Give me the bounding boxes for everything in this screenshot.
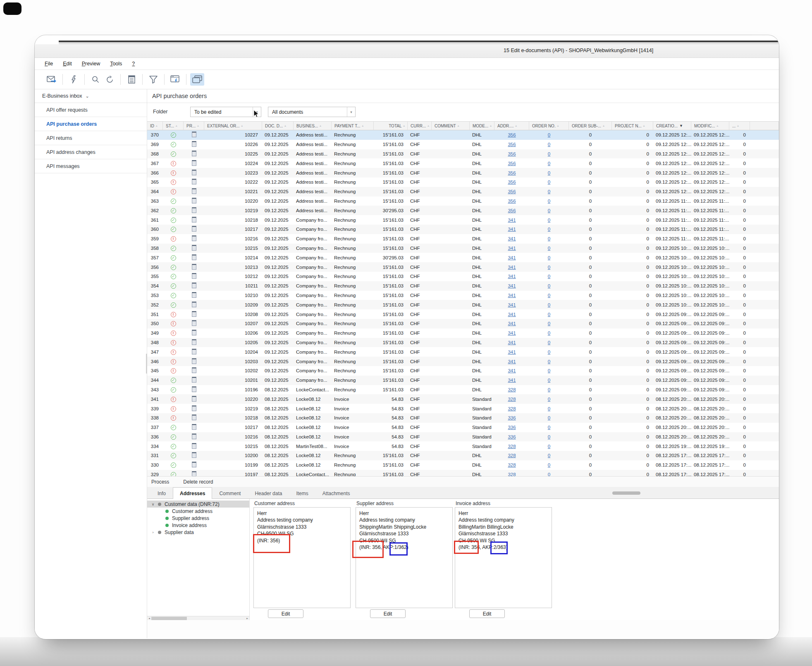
order-no-link[interactable]: 0 [548,387,550,392]
order-no-link[interactable]: 0 [548,265,550,270]
table-row[interactable]: 344✓1020109.12.2025Company fro...Rechnun… [147,376,779,385]
document-icon[interactable] [192,302,196,307]
document-icon[interactable] [192,292,196,298]
send-mail-button[interactable] [45,73,59,86]
document-icon[interactable] [192,443,196,449]
table-row[interactable]: 351!1020809.12.2025Company fro...Rechnun… [147,309,779,319]
document-icon[interactable] [192,377,196,383]
column-header[interactable]: MODIFIC...▵ [691,122,729,130]
document-icon[interactable] [192,207,196,213]
address-link[interactable]: 336 [508,415,516,420]
address-link[interactable]: 341 [508,368,516,373]
document-icon[interactable] [192,160,196,166]
tab-info[interactable]: Info [150,488,173,498]
table-row[interactable]: 345!1020209.12.2025Company fro...Rechnun… [147,366,779,376]
windows-stack-button[interactable] [190,73,204,86]
address-link[interactable]: 356 [508,151,516,156]
document-icon[interactable] [192,330,196,335]
table-row[interactable]: 354✓1021109.12.2025Company fro...Rechnun… [147,281,779,291]
table-row[interactable]: 358✓1021509.12.2025Company fro...Rechnun… [147,244,779,253]
table-row[interactable]: 368✓1022509.12.2025Address testi...Rechn… [147,149,779,159]
document-icon[interactable] [192,358,196,364]
order-no-link[interactable]: 0 [548,246,550,251]
order-no-link[interactable]: 0 [548,340,550,345]
table-row[interactable]: 366!1022309.12.2025Address testi...Rechn… [147,168,779,177]
document-icon[interactable] [192,245,196,251]
sidebar-header[interactable]: E-Business inbox ⌄ [35,89,147,103]
table-row[interactable]: 360✓1021709.12.2025Company fro...Rechnun… [147,225,779,234]
sidebar-item-api-purchase-orders[interactable]: API purchase orders [35,117,147,131]
scroll-right-arrow-icon[interactable]: ▸ [245,617,249,620]
address-link[interactable]: 328 [508,472,516,476]
address-link[interactable]: 341 [508,350,516,355]
order-no-link[interactable]: 0 [548,208,550,213]
table-row[interactable]: 341!1022008.12.2025Locke08.12Invoice54.8… [147,394,779,404]
order-no-link[interactable]: 0 [548,368,550,373]
order-no-link[interactable]: 0 [548,434,550,439]
table-row[interactable]: 363✓1022009.12.2025Address testi...Rechn… [147,196,779,206]
table-row[interactable]: 370✓1022709.12.2025Address testi...Rechn… [147,130,779,140]
order-no-link[interactable]: 0 [548,255,550,260]
document-icon[interactable] [192,386,196,392]
column-header[interactable]: PR...▵ [184,122,204,130]
table-row[interactable]: 367!1022409.12.2025Address testi...Rechn… [147,158,779,168]
order-no-link[interactable]: 0 [548,425,550,430]
column-header[interactable]: ...▵ [729,122,750,130]
menu-item-edit[interactable]: Edit [63,61,72,67]
column-header[interactable]: CURR...▵ [408,122,432,130]
process-button[interactable] [67,73,81,86]
order-no-link[interactable]: 0 [548,378,550,383]
table-row[interactable]: 337✓1021708.12.2025Locke08.12Invoice54.8… [147,423,779,432]
table-row[interactable]: 348!1020509.12.2025Company fro...Rechnun… [147,338,779,347]
address-link[interactable]: 341 [508,255,516,260]
order-no-link[interactable]: 0 [548,331,550,335]
order-no-link[interactable]: 0 [548,274,550,279]
tree-horizontal-scrollbar[interactable]: ◂▸ [147,616,249,620]
address-link[interactable]: 356 [508,142,516,147]
address-link[interactable]: 341 [508,359,516,364]
column-header[interactable]: ADDR....▵ [494,122,529,130]
order-no-link[interactable]: 0 [548,406,550,411]
document-icon[interactable] [192,320,196,326]
table-row[interactable]: 365!1022209.12.2025Address testi...Rechn… [147,177,779,187]
order-no-link[interactable]: 0 [548,132,550,137]
document-icon[interactable] [192,254,196,260]
document-icon[interactable] [192,424,196,430]
order-no-link[interactable]: 0 [548,283,550,288]
menu-item-[interactable]: ? [132,61,135,67]
address-link[interactable]: 341 [508,283,516,288]
splitter-handle[interactable] [146,354,147,374]
order-no-link[interactable]: 0 [548,453,550,458]
document-icon[interactable] [192,434,196,439]
window-process-button[interactable] [168,73,182,86]
address-link[interactable]: 356 [508,199,516,204]
tree-item-supplier-data[interactable]: ›Supplier data [147,529,249,536]
scroll-left-arrow-icon[interactable]: ◂ [147,617,151,620]
order-no-link[interactable]: 0 [548,472,550,476]
order-no-link[interactable]: 0 [548,236,550,241]
order-no-link[interactable]: 0 [548,293,550,298]
address-link[interactable]: 328 [508,406,516,411]
column-header[interactable]: ID▵ [147,122,163,130]
address-link[interactable]: 356 [508,189,516,194]
address-link[interactable]: 341 [508,236,516,241]
column-header[interactable]: ORDER NO.▵ [529,122,569,130]
column-header[interactable]: COMMENT▵ [432,122,470,130]
horizontal-scrollbar-thumb[interactable] [612,491,640,495]
address-link[interactable]: 336 [508,425,516,430]
tab-items[interactable]: Items [289,488,315,498]
edit-address-button[interactable]: Edit [370,609,406,618]
process-record-button[interactable]: Process [151,479,169,485]
table-row[interactable]: 331✓1020008.12.2025Locke08.12Rechnung15'… [147,451,779,460]
tree-item-customer-address[interactable]: Customer address [147,508,249,515]
table-row[interactable]: 355✓1021209.12.2025Company fro...Rechnun… [147,272,779,281]
column-header[interactable]: MODE...▵ [470,122,494,130]
address-link[interactable]: 328 [508,453,516,458]
sidebar-item-api-messages[interactable]: API messages [35,159,147,173]
document-icon[interactable] [192,405,196,411]
address-link[interactable]: 341 [508,321,516,326]
order-no-link[interactable]: 0 [548,359,550,364]
edit-address-button[interactable]: Edit [469,609,505,618]
refresh-button[interactable] [103,73,117,86]
table-row[interactable]: 364!1022109.12.2025Address testi...Rechn… [147,187,779,196]
